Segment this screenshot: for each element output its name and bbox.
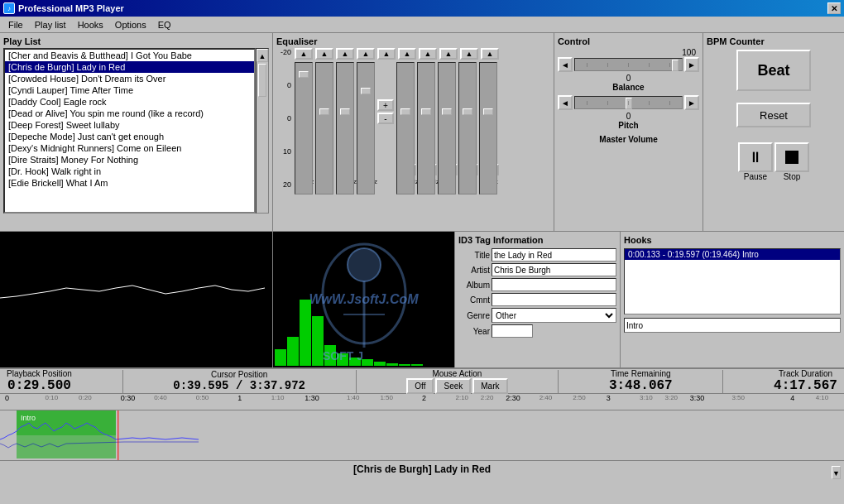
submark-110: 1:10 [271,394,285,401]
pitch-slider[interactable]: ||||| [574,96,683,109]
divider3 [558,370,559,393]
mark-button[interactable]: Mark [472,378,507,394]
list-item[interactable]: [Dr. Hook] Walk right in [5,166,254,177]
id3-artist-label: Artist [458,266,490,275]
eq-slider-9[interactable] [479,62,497,194]
id3-title-row: Title [458,248,616,262]
eq-up-5[interactable]: ▲ [398,48,416,60]
eq-up-7[interactable]: ▲ [439,48,458,60]
id3-title-input[interactable] [492,248,616,262]
list-item[interactable]: [Edie Brickell] What I Am [5,177,254,189]
eq-slider-1[interactable] [315,62,333,194]
cursor-position-label: Cursor Position [211,370,267,379]
eq-db-20: 20 [283,180,291,189]
eq-up-9[interactable]: ▲ [481,48,499,60]
id3-album-label: Album [458,281,490,290]
bpm-label: BPM Counter [707,36,841,46]
id3-artist-row: Artist [458,263,616,276]
eq-db-zero2: 0 [287,114,291,122]
submark-320: 3:20 [664,394,678,401]
seek-button[interactable]: Seek [435,378,471,394]
logo-svg: SOFT J [273,232,454,367]
menu-file[interactable]: File [3,19,28,31]
list-item[interactable]: [Depeche Mode] Just can't get enough [5,131,254,142]
eq-slider-0[interactable] [295,62,313,194]
pitch-left-arrow[interactable]: ◄ [558,95,573,110]
top-section: Play List [Cher and Beavis & Butthead] I… [0,33,844,232]
close-button[interactable]: ✕ [827,2,841,14]
eq-db-zero: 0 [287,81,291,89]
timeline-section: 0 0:30 1 1:30 2 2:30 3 3:30 4 0:10 0:20 … [0,393,844,476]
hooks-name-input[interactable] [624,318,841,333]
playback-position-label: Playback Position [7,369,72,378]
list-item[interactable]: [Daddy Cool] Eagle rock [5,96,254,108]
eq-slider-6[interactable] [417,62,435,194]
title-bar: ♪ Professional MP3 Player ✕ [0,0,844,17]
eq-up-6[interactable]: ▲ [419,48,437,60]
eq-up-8[interactable]: ▲ [460,48,478,60]
eq-up-2[interactable]: ▲ [336,48,354,60]
playback-position-value: 0:29.500 [7,378,71,393]
eq-up-3[interactable]: ▲ [357,48,375,60]
eq-up-0[interactable]: ▲ [295,48,313,60]
list-item[interactable]: [Dire Straits] Money For Nothing [5,154,254,166]
off-button[interactable]: Off [406,378,434,394]
menu-eq[interactable]: EQ [153,19,176,31]
eq-slider-3[interactable] [357,62,375,194]
id3-album-input[interactable] [492,278,616,291]
playlist-label: Play List [3,36,269,46]
now-playing-bar: [Chris de Burgh] Lady in Red [0,460,844,477]
menu-hooks[interactable]: Hooks [73,19,108,31]
hooks-list[interactable]: 0:00.133 - 0:19.597 (0:19.464) Intro [624,248,841,314]
id3-genre-select[interactable]: Other Rock Pop Classical Jazz [492,308,616,323]
mark-0: 0 [5,394,9,402]
eq-up-4[interactable]: ▲ [377,48,396,60]
list-item[interactable]: [Dead or Alive] You spin me round (like … [5,108,254,119]
eq-up-1[interactable]: ▲ [315,48,333,60]
title-bar-left: ♪ Professional MP3 Player [3,2,124,14]
playlist-scrollbar[interactable]: ▲ ▼ [256,48,269,214]
pause-button[interactable]: ⏸ [738,142,773,172]
volume-left-arrow[interactable]: ◄ [558,57,573,72]
waveform-area[interactable]: Intro [0,410,844,460]
mark-030: 0:30 [121,394,136,402]
menu-options[interactable]: Options [110,19,151,31]
id3-year-input[interactable] [492,324,533,338]
time-remaining-value: 3:48.067 [609,378,673,393]
eq-slider-5[interactable] [396,62,415,194]
eq-plus-btn[interactable]: + [377,99,394,111]
pause-label: Pause [744,172,767,181]
playlist-box[interactable]: [Cher and Beavis & Butthead] I Got You B… [3,48,256,214]
menu-playlist[interactable]: Play list [30,19,71,31]
pitch-right-arrow[interactable]: ► [684,95,699,110]
svg-rect-9 [17,435,116,458]
eq-minus-btn[interactable]: - [377,113,394,124]
volume-slider[interactable]: ||||| [574,58,683,71]
list-item[interactable]: [Chris de Burgh] Lady in Red [5,61,254,73]
stop-button[interactable] [774,142,809,172]
list-item[interactable]: [Dexy's Midnight Runners] Come on Eileen [5,142,254,154]
eq-slider-8[interactable] [458,62,477,194]
list-item[interactable]: [Cyndi Lauper] Time After Time [5,84,254,96]
time-remaining-group: Time Remaining 3:48.067 [609,369,673,393]
beat-button[interactable]: Beat [736,50,811,91]
hooks-item[interactable]: 0:00.133 - 0:19.597 (0:19.464) Intro [625,249,840,260]
volume-value: 0 [558,74,699,83]
eq-slider-7[interactable] [438,62,456,194]
cursor-position-value: 0:39.595 / 3:37.972 [173,379,305,392]
submark-040: 0:40 [154,394,167,401]
submark-020: 0:20 [79,394,92,401]
volume-right-arrow[interactable]: ► [684,57,699,72]
id3-genre-row: Genre Other Rock Pop Classical Jazz [458,308,616,323]
id3-cmnt-input[interactable] [492,293,616,306]
reset-button[interactable]: Reset [736,103,811,127]
divider1 [122,370,123,393]
mark-4: 4 [790,394,794,402]
list-item[interactable]: [Crowded House] Don't Dream its Over [5,73,254,84]
list-item[interactable]: [Cher and Beavis & Butthead] I Got You B… [5,50,254,61]
id3-artist-input[interactable] [492,263,616,276]
id3-cmnt-label: Cmnt [458,295,490,305]
eq-slider-2[interactable] [336,62,354,194]
pitch-label: Pitch [558,121,699,130]
list-item[interactable]: [Deep Forest] Sweet lullaby [5,119,254,131]
